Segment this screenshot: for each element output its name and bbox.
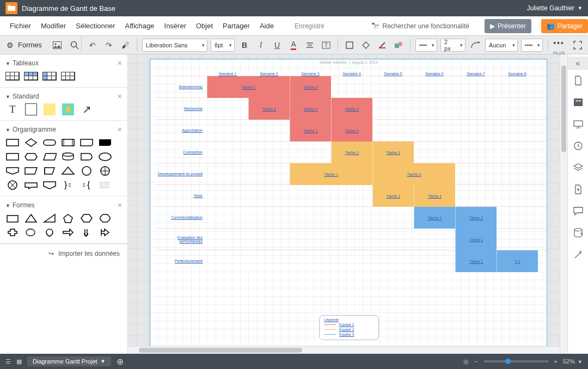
text-box-button[interactable]: T — [320, 39, 333, 52]
org-shape-21[interactable]: } — [61, 180, 75, 190]
shape-options-button[interactable] — [392, 39, 405, 52]
gantt-task[interactable]: Tâche 2 — [414, 185, 455, 207]
share-button[interactable]: 👥Partager — [541, 19, 588, 33]
gantt-task[interactable]: Tâche 3 — [331, 98, 372, 120]
gantt-task[interactable]: Tâche 1 — [455, 229, 497, 250]
gantt-task[interactable]: T 2 — [497, 250, 538, 272]
note-shape[interactable] — [42, 104, 57, 115]
more-button[interactable]: ••• PLUS — [553, 39, 565, 52]
close-icon[interactable]: × — [118, 92, 122, 101]
gantt-task[interactable]: Tâche 2 — [290, 98, 331, 120]
org-shape-8[interactable] — [42, 151, 57, 162]
gantt-task[interactable]: Tâche 1 — [331, 142, 372, 163]
collapse-right-icon[interactable]: « — [568, 57, 589, 70]
stroke-color-button[interactable] — [376, 39, 389, 52]
table-shape-4[interactable] — [61, 71, 75, 82]
menu-file[interactable]: Fichier — [10, 22, 31, 30]
arrow-end-select[interactable]: Aucun — [485, 39, 518, 52]
doc-title[interactable]: Diagramme de Gantt de Base — [22, 4, 115, 13]
zoom-in-button[interactable]: + — [554, 358, 558, 365]
horizontal-scrollbar[interactable] — [128, 346, 560, 354]
zoom-out-button[interactable]: − — [474, 358, 477, 365]
panel-title-formes[interactable]: ▼Formes × — [5, 201, 122, 213]
zoom-level[interactable]: 52% ▼ — [563, 358, 583, 365]
org-shape-2[interactable] — [42, 137, 57, 148]
magic-icon[interactable] — [568, 244, 589, 266]
menu-view[interactable]: Affichage — [125, 22, 155, 30]
menu-insert[interactable]: Insérer — [164, 22, 186, 30]
org-shape-15[interactable] — [61, 165, 75, 176]
org-shape-22[interactable]: { — [79, 180, 94, 190]
org-shape-18[interactable] — [5, 180, 20, 190]
bolt-shape[interactable]: ⚡ — [61, 104, 75, 115]
fontsize-select[interactable]: 8pt — [211, 39, 235, 52]
form-shape-11[interactable] — [98, 227, 112, 238]
form-shape-3[interactable] — [61, 213, 75, 224]
page-tab[interactable]: Diagramme Gantt Projet ▼ — [27, 356, 111, 366]
close-icon[interactable]: × — [118, 59, 122, 67]
image-icon[interactable] — [51, 39, 64, 52]
org-shape-17[interactable] — [98, 165, 112, 176]
org-shape-0[interactable] — [5, 137, 20, 148]
form-shape-1[interactable] — [24, 213, 38, 224]
org-shape-16[interactable] — [79, 165, 94, 176]
target-icon[interactable]: ◎ — [463, 358, 469, 365]
fill-button[interactable] — [343, 39, 356, 52]
panel-title-tableaux[interactable]: ▼Tableaux × — [5, 59, 122, 71]
gantt-task[interactable]: Tâche 2 — [290, 76, 331, 98]
form-shape-9[interactable] — [61, 227, 75, 238]
box-shape[interactable] — [24, 104, 38, 115]
font-select[interactable]: Liberation Sans — [142, 39, 207, 52]
line-type-button[interactable] — [469, 39, 482, 52]
gantt-task[interactable]: Tâche 2 — [372, 163, 455, 185]
close-icon[interactable]: × — [118, 125, 122, 134]
form-shape-6[interactable] — [5, 227, 20, 238]
folder-icon[interactable] — [5, 2, 17, 14]
org-shape-12[interactable] — [5, 165, 20, 176]
italic-button[interactable]: I — [254, 39, 267, 52]
fullscreen-button[interactable] — [571, 39, 584, 52]
undo-button[interactable]: ↶ — [86, 39, 99, 52]
presentation-icon[interactable] — [568, 113, 589, 135]
org-shape-11[interactable] — [98, 151, 112, 162]
org-shape-19[interactable] — [24, 180, 38, 190]
gantt-task[interactable]: Tâche 1 — [455, 250, 497, 272]
quote-icon[interactable]: "" — [568, 91, 589, 113]
document-page[interactable]: Juliette Gauthier | August 1, 2019 Semai… — [150, 59, 547, 347]
user-menu[interactable]: Juliette Gauthier▼ — [527, 4, 583, 12]
panel-title-organigramme[interactable]: ▼Organigramme × — [5, 125, 122, 137]
org-shape-1[interactable] — [24, 137, 38, 148]
fill-color-button[interactable] — [359, 39, 372, 52]
add-page-button[interactable]: ⊕ — [117, 356, 124, 367]
download-icon[interactable] — [568, 179, 589, 200]
list-view-icon[interactable]: ☰ — [5, 358, 11, 365]
bold-button[interactable]: B — [238, 39, 251, 52]
org-shape-20[interactable] — [42, 180, 57, 190]
org-shape-9[interactable] — [61, 151, 75, 162]
menu-edit[interactable]: Modifier — [41, 22, 66, 30]
org-shape-3[interactable] — [61, 137, 75, 148]
org-shape-7[interactable] — [24, 151, 38, 162]
gantt-task[interactable]: Tâche 1 — [290, 120, 331, 142]
org-shape-13[interactable] — [24, 165, 38, 176]
org-shape-5[interactable] — [98, 137, 112, 148]
menu-select[interactable]: Sélectionner — [76, 22, 115, 30]
form-shape-2[interactable] — [42, 213, 57, 224]
gantt-task[interactable]: Tâche 1 — [248, 98, 290, 120]
align-button[interactable] — [303, 39, 316, 52]
panel-title-standard[interactable]: ▼Standard × — [5, 92, 122, 104]
org-shape-4[interactable] — [79, 137, 94, 148]
present-button[interactable]: ▶Présenter — [485, 19, 531, 33]
layers-icon[interactable] — [568, 157, 589, 179]
gantt-task[interactable]: Tâche 2 — [331, 120, 372, 142]
underline-button[interactable]: U — [271, 39, 284, 52]
table-shape-1[interactable] — [5, 71, 20, 82]
gantt-task[interactable]: Tâche 2 — [372, 142, 414, 163]
text-color-button[interactable]: A — [287, 39, 300, 52]
clock-icon[interactable] — [568, 135, 589, 157]
canvas[interactable]: Juliette Gauthier | August 1, 2019 Semai… — [128, 54, 567, 354]
form-shape-10[interactable] — [79, 227, 94, 238]
gantt-task[interactable]: Tâche 2 — [455, 207, 497, 229]
org-shape-14[interactable] — [42, 165, 57, 176]
menu-help[interactable]: Aide — [260, 22, 274, 30]
